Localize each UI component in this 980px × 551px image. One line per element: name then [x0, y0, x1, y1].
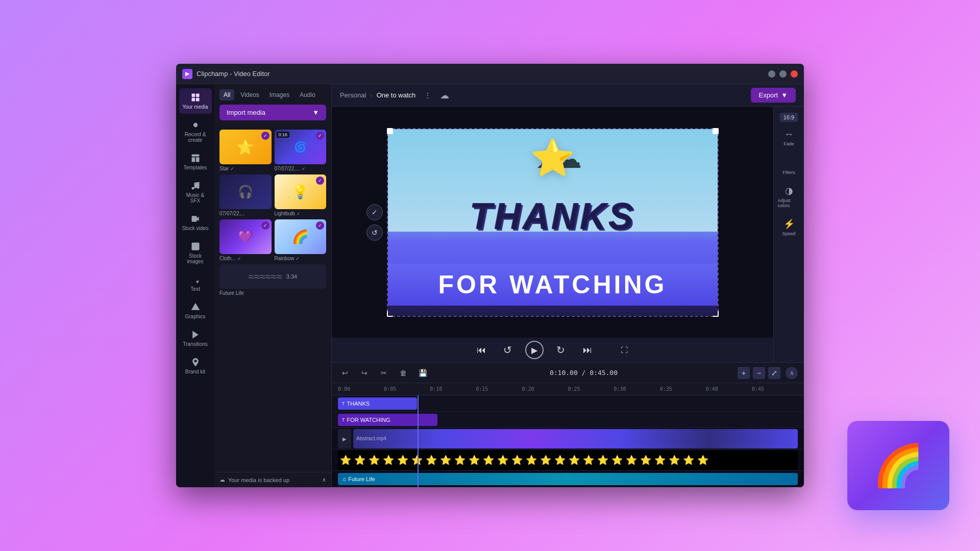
media-item-star[interactable]: ⭐ ✓ Star ✓	[219, 130, 272, 171]
skip-forward-button[interactable]: ⏭	[578, 341, 597, 359]
sidebar-label-text: Text	[190, 286, 200, 292]
sidebar-item-graphics[interactable]: Graphics	[179, 298, 212, 323]
tool-fade[interactable]: ↔ Fade	[776, 126, 802, 149]
import-media-button[interactable]: Import media ▼	[219, 105, 326, 120]
handle-top-left[interactable]	[387, 128, 393, 134]
zoom-out-button[interactable]: −	[753, 367, 765, 379]
media-panel: All Videos Images Audio Import media ▼ ⭐…	[214, 84, 332, 487]
playhead-line	[418, 395, 419, 487]
thanks-text: THANKS	[388, 195, 718, 237]
audio-track-clip[interactable]: ♫ Future Life	[338, 473, 798, 485]
media-item-rainbow[interactable]: 🌈 ✓ Rainbow ✓	[275, 219, 327, 261]
speed-label: Speed	[782, 231, 795, 236]
filters-label: Filters	[782, 170, 795, 175]
cloth-emoji: 💜	[238, 230, 253, 244]
filter-tab-audio[interactable]: Audio	[296, 89, 320, 101]
mark-20: 0:20	[522, 386, 568, 392]
media-item-future-life[interactable]: ≈≈≈≈≈≈ 3:34 Future Life	[219, 264, 326, 296]
sidebar-item-stock-images[interactable]: Stock images	[179, 237, 212, 268]
import-label: Import media	[227, 109, 265, 116]
media-panel-header: All Videos Images Audio Import media ▼	[214, 84, 331, 126]
rewind-button[interactable]: ↺	[499, 341, 517, 359]
zoom-fit-button[interactable]: ⤢	[768, 367, 780, 379]
sidebar-item-record[interactable]: Record & create	[179, 116, 212, 147]
stars-track[interactable]: ⭐⭐⭐⭐⭐⭐⭐⭐⭐⭐⭐⭐⭐⭐⭐⭐⭐⭐⭐⭐⭐⭐⭐⭐⭐⭐	[338, 450, 798, 470]
audio-duration: 3:34	[286, 273, 297, 280]
toolbar-actions: Export ▼	[751, 88, 796, 103]
tool-filters[interactable]: Filters	[776, 154, 802, 178]
text-icon	[190, 274, 201, 285]
cloth-label-check: ✓	[237, 256, 241, 261]
person-label-text: 07/07/22,...	[219, 211, 245, 216]
media-thumb-rainbow: 🌈 ✓	[275, 219, 327, 254]
handle-top-right[interactable]	[713, 128, 719, 134]
media-item-lightbulb[interactable]: 💡 ✓ Lightbulb ✓	[275, 174, 327, 216]
undo-edit-button[interactable]: ↺	[366, 224, 383, 241]
forward-button[interactable]: ↻	[552, 341, 570, 359]
sidebar-label-transitions: Transitions	[183, 341, 208, 347]
more-options-button[interactable]: ⋮	[421, 88, 435, 103]
media-item-cloth[interactable]: 💜 ✓ Cloth... ✓	[219, 219, 272, 261]
mark-35: 0:35	[660, 386, 706, 392]
abstract-track-clip[interactable]: Abstract.mp4	[353, 429, 798, 448]
minimize-button[interactable]: —	[768, 70, 775, 78]
media-item-person[interactable]: 🎧 07/07/22,...	[219, 174, 272, 216]
breadcrumb-current[interactable]: One to watch	[377, 91, 416, 99]
timeline-toolbar: ↩ ↪ ✂ 🗑 💾 0:10.00 / 0:45.00 + − ⤢ ∧	[332, 363, 804, 383]
tool-adjust-colors[interactable]: ◑ Adjust colors	[776, 182, 802, 211]
zoom-in-button[interactable]: +	[738, 367, 750, 379]
sidebar-item-stock-video[interactable]: Stock video	[179, 210, 212, 235]
filter-tab-all[interactable]: All	[219, 89, 234, 101]
audio-track-icon: ♫	[342, 476, 346, 482]
mark-5: 0:05	[384, 386, 430, 392]
confirm-button[interactable]: ✓	[366, 204, 383, 220]
music-icon	[190, 181, 201, 191]
aspect-ratio-badge[interactable]: 16:9	[780, 113, 798, 122]
save-button[interactable]: 💾	[415, 366, 430, 380]
lightbulb-label-check: ✓	[297, 211, 301, 216]
close-button[interactable]: ✕	[791, 70, 798, 78]
sidebar-item-brand-kit[interactable]: Brand kit	[179, 353, 212, 379]
app-window: ▶ Clipchamp - Video Editor — □ ✕ Your me…	[176, 64, 804, 487]
filter-tab-images[interactable]: Images	[265, 89, 293, 101]
fade-label: Fade	[783, 141, 794, 146]
delete-button[interactable]: 🗑	[396, 366, 410, 380]
sidebar-item-music[interactable]: Music & SFX	[179, 177, 212, 208]
right-tools: 16:9 ↔ Fade Filters ◑ Adjust colors	[773, 107, 804, 362]
mark-40: 0:40	[706, 386, 752, 392]
track-play-icon[interactable]: ▶	[338, 429, 351, 448]
audio-wave-icon: ≈≈≈≈≈≈	[249, 271, 282, 283]
collapse-timeline-button[interactable]: ∧	[786, 367, 798, 379]
maximize-button[interactable]: □	[779, 70, 787, 78]
cloud-sync-icon: ☁	[440, 90, 449, 101]
redo-button[interactable]: ↪	[357, 366, 372, 380]
sidebar-item-transitions[interactable]: Transitions	[179, 325, 212, 351]
media-label-person: 07/07/22,...	[219, 211, 272, 216]
thanks-track-icon: T	[342, 401, 345, 406]
video-side-actions: ✓ ↺	[366, 204, 383, 241]
sidebar-label-graphics: Graphics	[185, 314, 205, 319]
forwatching-track-clip[interactable]: T FOR WATCHING	[338, 414, 437, 426]
svg-rect-2	[191, 98, 195, 102]
skip-back-button[interactable]: ⏮	[472, 341, 491, 359]
cut-button[interactable]: ✂	[377, 366, 391, 380]
play-button[interactable]: ▶	[525, 341, 544, 359]
sidebar-item-text[interactable]: Text	[179, 270, 212, 296]
sidebar-item-templates[interactable]: Templates	[179, 149, 212, 174]
media-item-abstract[interactable]: 🌀 0:16 ✓ 07/07/22,... ✓	[275, 130, 327, 171]
thanks-track-clip[interactable]: T THANKS	[338, 397, 417, 410]
fullscreen-button[interactable]: ⛶	[615, 341, 633, 359]
breadcrumb-root[interactable]: Personal	[340, 91, 366, 99]
mark-30: 0:30	[614, 386, 660, 392]
svg-rect-3	[195, 98, 199, 102]
undo-button[interactable]: ↩	[338, 366, 352, 380]
audio-track-label: Future Life	[348, 476, 375, 482]
export-button[interactable]: Export ▼	[751, 88, 796, 103]
tool-speed[interactable]: ⚡ Speed	[776, 215, 802, 239]
rainbow-label-text: Rainbow	[275, 256, 295, 261]
media-thumb-star: ⭐ ✓	[219, 130, 272, 164]
mark-10: 0:10	[430, 386, 476, 392]
sidebar-item-your-media[interactable]: Your media	[179, 88, 212, 114]
sidebar-label-record: Record & create	[181, 132, 210, 143]
filter-tab-videos[interactable]: Videos	[236, 89, 263, 101]
